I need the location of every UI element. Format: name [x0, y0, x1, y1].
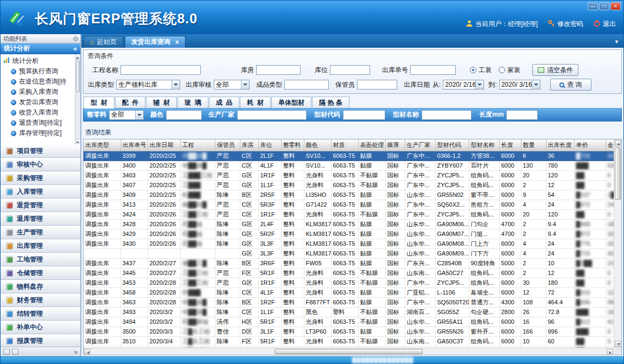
- tab-shipping-outbound-query[interactable]: 发货出库查询×: [125, 36, 186, 48]
- order-no-input[interactable]: [410, 65, 456, 75]
- column-header[interactable]: 颜色: [304, 139, 331, 151]
- scroll-thumb[interactable]: [275, 349, 423, 354]
- table-row[interactable]: 调拨出库34292020/2/26石██城陈琳G区5R2F整料KLM381760…: [84, 229, 614, 239]
- out-type-select[interactable]: 生产领料出库: [116, 80, 180, 90]
- tab-list-chevron-icon[interactable]: ▼: [614, 39, 619, 44]
- tree-item[interactable]: 收货入库查询: [3, 107, 74, 118]
- chevron-down-icon[interactable]: [475, 80, 483, 89]
- sidebar-accordion-item[interactable]: 采购管理: [1, 171, 80, 185]
- collapse-icon[interactable]: «: [73, 45, 77, 53]
- material-tab[interactable]: 配 件: [115, 97, 146, 108]
- tree-item[interactable]: 发货出库查询: [3, 97, 74, 107]
- column-header[interactable]: 整零料: [281, 139, 304, 151]
- chevron-down-icon[interactable]: [532, 80, 540, 89]
- table-row[interactable]: 调拨出库34632020/2/28华██源█陈琳B区1R2F整料F8877FT6…: [84, 298, 614, 308]
- vertical-scrollbar[interactable]: [614, 139, 621, 348]
- sidebar-accordion-item[interactable]: 项目管理: [1, 144, 80, 158]
- sidebar-accordion-item[interactable]: 物料盘存: [1, 280, 80, 293]
- table-row[interactable]: 调拨出库34002020/2/25华██源█严思C区4L1F整料SV10...6…: [84, 161, 614, 171]
- maximize-button[interactable]: □: [599, 2, 609, 10]
- table-row[interactable]: 调拨出库34582020/2/28华███陈琳C区4L1F整料光身料6063-T…: [84, 288, 614, 298]
- sidebar-accordion-item[interactable]: 结转管理: [1, 307, 80, 321]
- minimize-button[interactable]: —: [588, 2, 598, 10]
- column-header[interactable]: 保管员: [215, 139, 240, 151]
- table-row[interactable]: 调拨出库34032020/2/25工███工程严思G区1R1F整料光身料6063…: [84, 171, 614, 181]
- material-tab[interactable]: 成 品: [209, 97, 240, 108]
- zhenglingliao-select[interactable]: 全部: [109, 110, 144, 120]
- logout-button[interactable]: 退出: [593, 20, 616, 29]
- column-header[interactable]: 生产厂家: [405, 139, 435, 151]
- column-header[interactable]: 金: [606, 139, 614, 151]
- column-header[interactable]: 型材代码: [435, 139, 469, 151]
- color-input[interactable]: [166, 110, 202, 120]
- material-tab[interactable]: 隔 热 条: [312, 97, 349, 108]
- chevron-down-icon[interactable]: [171, 80, 180, 89]
- column-header[interactable]: 出库单号: [120, 139, 148, 151]
- sidebar-accordion-item[interactable]: 退库管理: [1, 212, 80, 226]
- table-row[interactable]: 调拨出库34242020/2/26工██工程严思C区1R1F整料光身料6063-…: [84, 210, 614, 220]
- table-row[interactable]: 调拨出库33992020/2/25华██源█严思C区2L1F整料SV10...6…: [84, 151, 614, 161]
- horizontal-scrollbar[interactable]: [84, 348, 614, 355]
- profile-code-input[interactable]: [343, 110, 385, 120]
- material-tab[interactable]: 玻 璃: [177, 97, 208, 108]
- column-header[interactable]: 出库日期: [148, 139, 180, 151]
- column-header[interactable]: 出库长度: [546, 139, 574, 151]
- tree-item[interactable]: 采购入库查询: [3, 87, 74, 97]
- table-row[interactable]: 调拨出库34452020/2/27工██工程严思F区5R1F整料光身料6063-…: [84, 269, 614, 278]
- chevron-down-icon[interactable]: [241, 80, 249, 89]
- column-header[interactable]: 数量: [521, 139, 546, 151]
- tab-start-page[interactable]: 起始页: [84, 36, 123, 48]
- chevron-down-icon[interactable]: [135, 111, 143, 119]
- pin-icon[interactable]: [73, 36, 79, 41]
- table-row[interactable]: 调拨出库34372020/2/27佛██工█陈琳B区3R6F整料FW056063…: [84, 259, 614, 269]
- sidebar-accordion-item[interactable]: 财务管理: [1, 293, 80, 307]
- column-header[interactable]: 表面处理: [358, 139, 385, 151]
- column-header[interactable]: 库房: [240, 139, 258, 151]
- search-button[interactable]: 查 询: [550, 79, 591, 91]
- column-header[interactable]: 长度: [499, 139, 521, 151]
- table-row[interactable]: 调拨出库34532020/2/28工██工程严思G区1R1F整料光身料6063-…: [84, 278, 614, 288]
- column-header[interactable]: 出库类型: [84, 139, 120, 151]
- statistics-group-header[interactable]: 统计分析 «: [1, 43, 80, 54]
- product-type-input[interactable]: [284, 80, 329, 90]
- keeper-input[interactable]: [357, 80, 397, 90]
- material-tab[interactable]: 耗 材: [240, 97, 271, 108]
- tree-item[interactable]: 退货查询[待定]: [3, 118, 74, 128]
- scroll-down-icon[interactable]: [615, 341, 621, 347]
- date-to-picker[interactable]: 2020/ 3/16: [499, 80, 540, 90]
- tree-item[interactable]: 库存管理[待定]: [3, 128, 74, 138]
- table-row[interactable]: 调拨出库34302020/2/26石██城陈琳G区3L3F整料KLM381760…: [84, 239, 614, 249]
- column-header[interactable]: 库位: [258, 139, 281, 151]
- table-row[interactable]: 调拨出库35002020/3/3工█共工程曹佳D区3L1F整料LT3P60606…: [84, 327, 614, 337]
- column-header[interactable]: 单价: [574, 139, 606, 151]
- table-row[interactable]: 调拨出库34092020/2/25长███陈琳B区2R5F整料LI35HO606…: [84, 190, 614, 200]
- tree-item[interactable]: 在途信息查询[待: [3, 76, 74, 87]
- scroll-up-icon[interactable]: [615, 140, 621, 146]
- panel-icon[interactable]: [3, 349, 10, 355]
- table-row[interactable]: 调拨出库34932020/3/2华██源█陈琳C区1L1F整料黑色塑料不贴膜国标…: [84, 308, 614, 317]
- tab-close-icon[interactable]: ×: [175, 40, 179, 45]
- sidebar-accordion-item[interactable]: 补单中心: [1, 321, 80, 334]
- audit-select[interactable]: 全部: [214, 80, 250, 90]
- table-row[interactable]: 调拨出库34942020/3/2石██辉城汤伟H区5R1F整料光身料6063-T…: [84, 317, 614, 327]
- scroll-down-icon[interactable]: [75, 139, 80, 144]
- sidebar-accordion-item[interactable]: 退货管理: [1, 199, 80, 212]
- monitor-icon[interactable]: [12, 349, 18, 355]
- sidebar-accordion-item[interactable]: 工地管理: [1, 253, 80, 266]
- table-row[interactable]: G区3L3F整料KLM38176063-T5贴膜国标山东华...GA90M09.…: [84, 249, 614, 259]
- scroll-thumb[interactable]: [76, 61, 80, 92]
- sidebar-accordion-item[interactable]: 入库管理: [1, 185, 80, 199]
- table-row[interactable]: 调拨出库35102020/3/4工█共工程陈琳F区5R1F整料光身料6063-T…: [84, 337, 614, 347]
- material-tab[interactable]: 型 材: [84, 97, 114, 108]
- sidebar-accordion-item[interactable]: 仓储管理: [1, 266, 80, 280]
- clear-conditions-button[interactable]: 清空条件: [532, 64, 578, 76]
- sidebar-accordion-item[interactable]: 生产管理: [1, 226, 80, 239]
- chevron-right-icon[interactable]: »: [74, 348, 78, 356]
- manufacturer-input[interactable]: [237, 110, 307, 120]
- column-header[interactable]: 材质: [331, 139, 358, 151]
- table-row[interactable]: 调拨出库34072020/2/25工███严思G区1L1F整料光身料6063-T…: [84, 181, 614, 190]
- radio-jiazhuang[interactable]: 家装: [499, 66, 520, 75]
- column-header[interactable]: 工程: [180, 139, 215, 151]
- column-header[interactable]: 型材名称: [469, 139, 499, 151]
- profile-name-input[interactable]: [422, 110, 472, 120]
